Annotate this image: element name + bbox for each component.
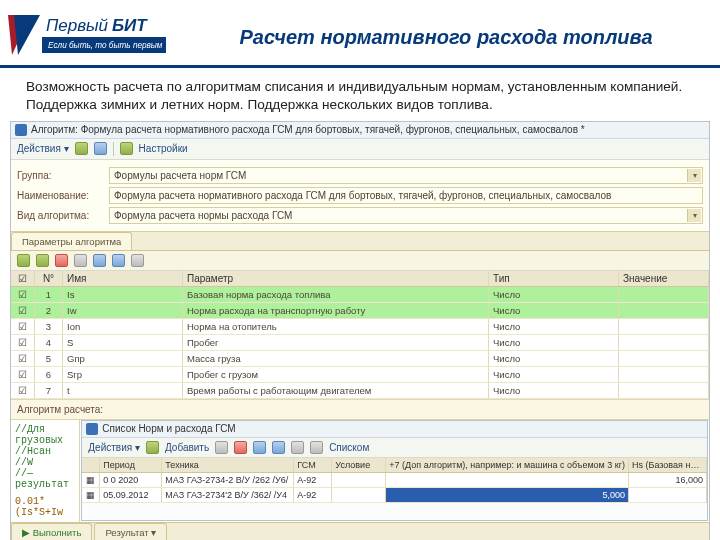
app-window: Алгоритм: Формула расчета нормативного р…: [10, 121, 710, 540]
subcol-gsm[interactable]: ГСМ: [294, 458, 332, 472]
col-type[interactable]: Тип: [489, 271, 619, 286]
table-row[interactable]: ☑1IsБазовая норма расхода топливаЧисло: [11, 287, 709, 303]
col-name[interactable]: Имя: [63, 271, 183, 286]
chevron-down-icon[interactable]: ▾: [687, 209, 701, 222]
subwindow-title: Список Норм и расхода ГСМ: [102, 423, 235, 434]
window-titlebar: Алгоритм: Формула расчета нормативного р…: [11, 122, 709, 139]
window-title: Алгоритм: Формула расчета нормативного р…: [31, 124, 585, 135]
table-row[interactable]: ☑7tВремя работы с работающим двигателемЧ…: [11, 383, 709, 399]
list-icon: [86, 423, 98, 435]
copy-row-icon[interactable]: [74, 254, 87, 267]
logo-word-1: Первый: [46, 16, 109, 35]
slide-title: Расчет нормативного расхода топлива: [182, 20, 710, 49]
refresh2-icon[interactable]: [272, 441, 285, 454]
toolbar-separator: [113, 142, 114, 156]
sub-actions-menu[interactable]: Действия ▾: [88, 442, 140, 453]
kind-label: Вид алгоритма:: [17, 210, 109, 221]
add-row-icon[interactable]: [17, 254, 30, 267]
subcol-formula[interactable]: +7 (Доп алгоритм), например: и машина с …: [386, 458, 629, 472]
remove-icon[interactable]: [234, 441, 247, 454]
footer-tabs: ▶ Выполнить Результат ▾: [11, 522, 709, 540]
table-row[interactable]: ▦0 0 2020МАЗ ГАЗ-2734-2 В/У /262 /У6/А-9…: [82, 473, 707, 488]
subcol-vehicle[interactable]: Техника: [162, 458, 294, 472]
logo-word-2: БИТ: [112, 16, 148, 35]
subcol-hs[interactable]: Hs (Базовая норм..., ч/1В...: [629, 458, 707, 472]
delete-row-icon[interactable]: [55, 254, 68, 267]
subcol-cond[interactable]: Условие: [332, 458, 386, 472]
group-input[interactable]: Формулы расчета норм ГСМ▾: [109, 167, 703, 184]
filter-icon[interactable]: [253, 441, 266, 454]
sub-add[interactable]: Добавить: [165, 442, 209, 453]
add-icon[interactable]: [146, 441, 159, 454]
table-row[interactable]: ☑2IwНорма расхода на транспортную работу…: [11, 303, 709, 319]
table-row[interactable]: ☑4SПробегЧисло: [11, 335, 709, 351]
refresh-icon[interactable]: [94, 142, 107, 155]
move-up-icon[interactable]: [93, 254, 106, 267]
subcol-icon[interactable]: [82, 458, 100, 472]
table-row[interactable]: ☑5GпрМасса грузаЧисло: [11, 351, 709, 367]
parameters-grid: ☑ N° Имя Параметр Тип Значение ☑1IsБазов…: [11, 271, 709, 399]
subcol-period[interactable]: Период: [100, 458, 162, 472]
subwindow-norms: Список Норм и расхода ГСМ Действия ▾ Доб…: [81, 420, 708, 521]
edit-row-icon[interactable]: [36, 254, 49, 267]
logo-slogan: Если быть, то быть первым: [48, 41, 163, 50]
slide-header: Первый БИТ Если быть, то быть первым Рас…: [0, 0, 720, 68]
logo: Первый БИТ Если быть, то быть первым: [6, 7, 168, 63]
tabs: Параметры алгоритма: [11, 232, 709, 251]
algo-section-label: Алгоритм расчета:: [11, 399, 709, 419]
view-icon[interactable]: [310, 441, 323, 454]
save-icon[interactable]: [75, 142, 88, 155]
result-tab[interactable]: Результат ▾: [94, 523, 167, 540]
slide-subtitle: Возможность расчета по алгоритмам списан…: [0, 68, 720, 121]
window-icon: [15, 124, 27, 136]
kind-input[interactable]: Формула расчета нормы расхода ГСМ▾: [109, 207, 703, 224]
chevron-down-icon[interactable]: ▾: [687, 169, 701, 182]
table-row[interactable]: ☑6SгрПробег с грузомЧисло: [11, 367, 709, 383]
col-value[interactable]: Значение: [619, 271, 709, 286]
tab-parameters[interactable]: Параметры алгоритма: [11, 232, 132, 250]
grid-toolbar: [11, 251, 709, 271]
settings-menu[interactable]: Настройки: [139, 143, 188, 154]
col-check[interactable]: ☑: [11, 271, 35, 286]
settings-icon[interactable]: [120, 142, 133, 155]
table-row[interactable]: ▦05.09.2012МАЗ ГАЗ-2734'2 В/У /362/ /У4А…: [82, 488, 707, 503]
col-num[interactable]: N°: [35, 271, 63, 286]
svg-marker-1: [14, 15, 40, 55]
window-toolbar: Действия ▾ Настройки: [11, 139, 709, 160]
actions-menu[interactable]: Действия ▾: [17, 143, 69, 154]
edit-icon[interactable]: [215, 441, 228, 454]
name-input[interactable]: Формула расчета нормативного расхода ГСМ…: [109, 187, 703, 204]
group-label: Группа:: [17, 170, 109, 181]
sub-list[interactable]: Списком: [329, 442, 369, 453]
sort-icon[interactable]: [131, 254, 144, 267]
help-icon[interactable]: [291, 441, 304, 454]
table-row[interactable]: ☑3IonНорма на отопительЧисло: [11, 319, 709, 335]
field-area: Группа: Формулы расчета норм ГСМ▾ Наимен…: [11, 160, 709, 232]
move-down-icon[interactable]: [112, 254, 125, 267]
name-label: Наименование:: [17, 190, 109, 201]
code-editor[interactable]: //Для грузовых //Нсан //W //—результат 0…: [11, 420, 80, 522]
col-param[interactable]: Параметр: [183, 271, 489, 286]
code-panel: //Для грузовых //Нсан //W //—результат 0…: [11, 419, 709, 522]
run-button[interactable]: ▶ Выполнить: [11, 523, 92, 540]
